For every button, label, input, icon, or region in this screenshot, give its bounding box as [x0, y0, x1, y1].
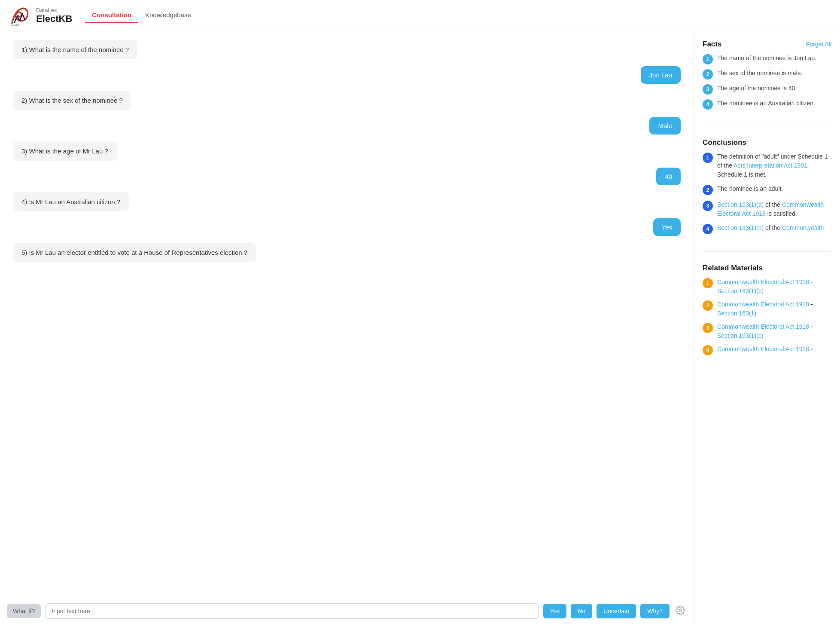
header: AustLII DataLex ElectKB Consultation Kno… [0, 0, 840, 31]
conclusions-section: Conclusions 1 The definition of "adult" … [703, 138, 831, 239]
related-text-1: Commonwealth Electoral Act 1918 - Sectio… [717, 278, 831, 296]
answer-4: Yes [653, 218, 681, 236]
logo-area: AustLII DataLex ElectKB [9, 4, 72, 27]
related-text-4: Commonwealth Electoral Act 1918 - [717, 345, 813, 354]
svg-point-2 [679, 609, 682, 612]
fact-badge-3: 3 [703, 84, 713, 95]
related-link-4a[interactable]: Commonwealth Electoral Act 1918 [717, 346, 809, 352]
nav-tabs: Consultation Knowledgebase [85, 8, 198, 23]
related-text-3: Commonwealth Electoral Act 1918 - Sectio… [717, 322, 831, 340]
related-materials-section: Related Materials 1 Commonwealth Elector… [703, 264, 831, 360]
related-item-3: 3 Commonwealth Electoral Act 1918 - Sect… [703, 322, 831, 340]
gear-icon [676, 606, 685, 615]
conclusion-text-1: The definition of "adult" under Schedule… [717, 152, 831, 179]
fact-text-3: The age of the nominee is 40. [717, 84, 797, 93]
fact-badge-2: 2 [703, 69, 713, 80]
question-4: 4) Is Mr Lau an Australian citizen ? [13, 192, 129, 211]
divider-1 [703, 126, 831, 126]
fact-item-1: 1 The name of the nominee is Jon Lau. [703, 54, 831, 64]
related-text-2: Commonwealth Electoral Act 1918 - Sectio… [717, 300, 831, 318]
facts-title: Facts [703, 40, 721, 49]
tab-knowledgebase[interactable]: Knowledgebase [138, 8, 198, 23]
fact-text-1: The name of the nominee is Jon Lau. [717, 54, 816, 63]
related-badge-4: 4 [703, 345, 713, 355]
input-bar: What if? Yes No Uncertain Why? [0, 598, 694, 624]
conclusion-item-2: 2 The nominee is an adult. [703, 184, 831, 195]
related-materials-header: Related Materials [703, 264, 831, 272]
conclusion-item-3: 3 Section 163(1)(a) of the Commonwealth … [703, 200, 831, 218]
conclusion-badge-2: 2 [703, 185, 713, 195]
question-5: 5) Is Mr Lau an elector entitled to vote… [13, 243, 256, 262]
conclusion-badge-3: 3 [703, 201, 713, 211]
facts-section: Facts Forget All 1 The name of the nomin… [703, 40, 831, 114]
why-button[interactable]: Why? [640, 604, 670, 618]
related-link-2b[interactable]: Section 163(1) [717, 310, 756, 317]
right-panel: Facts Forget All 1 The name of the nomin… [694, 31, 840, 624]
no-button[interactable]: No [571, 604, 592, 618]
answer-1: Jon Lau [641, 66, 681, 84]
app-name: DataLex ElectKB [36, 7, 72, 24]
divider-2 [703, 251, 831, 252]
fact-badge-1: 1 [703, 54, 713, 64]
conclusion-item-1: 1 The definition of "adult" under Schedu… [703, 152, 831, 179]
related-link-1b[interactable]: Section 163(1)(b) [717, 288, 764, 294]
app-main-label: ElectKB [36, 13, 72, 24]
fact-item-2: 2 The sex of the nominee is male. [703, 69, 831, 80]
commonwealth-link-4[interactable]: Commonwealth [782, 224, 824, 231]
tab-consultation[interactable]: Consultation [85, 8, 138, 23]
fact-text-4: The nominee is an Australian citizen. [717, 99, 815, 108]
question-3: 3) What is the age of Mr Lau ? [13, 141, 117, 161]
fact-badge-4: 4 [703, 99, 713, 110]
section-163-1a-link[interactable]: Section 163(1)(a) [717, 201, 764, 208]
fact-item-3: 3 The age of the nominee is 40. [703, 84, 831, 95]
svg-text:AustLII: AustLII [11, 24, 19, 26]
chat-messages: 1) What is the name of the nominee ? Jon… [0, 31, 694, 598]
conclusion-badge-4: 4 [703, 224, 713, 234]
app-sub-label: DataLex [36, 7, 72, 13]
related-link-3b[interactable]: Section 163(1)(c) [717, 332, 763, 339]
question-2: 2) What is the sex of the nominee ? [13, 91, 131, 110]
facts-header: Facts Forget All [703, 40, 831, 49]
fact-item-4: 4 The nominee is an Australian citizen. [703, 99, 831, 110]
question-1: 1) What is the name of the nominee ? [13, 40, 137, 59]
answer-2: Male [649, 117, 681, 135]
related-item-2: 2 Commonwealth Electoral Act 1918 - Sect… [703, 300, 831, 318]
conclusion-text-3: Section 163(1)(a) of the Commonwealth El… [717, 200, 831, 218]
related-badge-1: 1 [703, 278, 713, 288]
main-layout: 1) What is the name of the nominee ? Jon… [0, 31, 840, 624]
conclusion-badge-1: 1 [703, 153, 713, 163]
fact-text-2: The sex of the nominee is male. [717, 69, 802, 78]
related-link-3a[interactable]: Commonwealth Electoral Act 1918 [717, 323, 809, 330]
related-link-2a[interactable]: Commonwealth Electoral Act 1918 [717, 301, 809, 308]
settings-button[interactable] [674, 604, 687, 619]
uncertain-button[interactable]: Uncertain [597, 604, 636, 618]
yes-button[interactable]: Yes [543, 604, 567, 618]
conclusion-text-2: The nominee is an adult. [717, 184, 783, 193]
answer-3: 40 [656, 168, 681, 185]
conclusions-header: Conclusions [703, 138, 831, 147]
chat-input[interactable] [45, 603, 539, 619]
related-item-1: 1 Commonwealth Electoral Act 1918 - Sect… [703, 278, 831, 296]
related-badge-2: 2 [703, 300, 713, 311]
related-materials-title: Related Materials [703, 264, 763, 272]
related-badge-3: 3 [703, 323, 713, 333]
chat-area: 1) What is the name of the nominee ? Jon… [0, 31, 694, 624]
section-163-1b-link[interactable]: Section 163(1)(b) [717, 224, 764, 231]
related-item-4: 4 Commonwealth Electoral Act 1918 - [703, 345, 831, 355]
related-link-1a[interactable]: Commonwealth Electoral Act 1918 [717, 278, 809, 285]
conclusion-item-4: 4 Section 163(1)(b) of the Commonwealth [703, 223, 831, 234]
forget-all-link[interactable]: Forget All [806, 41, 831, 48]
whatif-button[interactable]: What if? [7, 604, 41, 618]
conclusions-title: Conclusions [703, 138, 746, 147]
acts-interpretation-link[interactable]: Acts Interpretation Act 1901 [733, 162, 807, 169]
conclusion-text-4: Section 163(1)(b) of the Commonwealth [717, 223, 824, 232]
austlii-logo: AustLII [9, 4, 31, 27]
